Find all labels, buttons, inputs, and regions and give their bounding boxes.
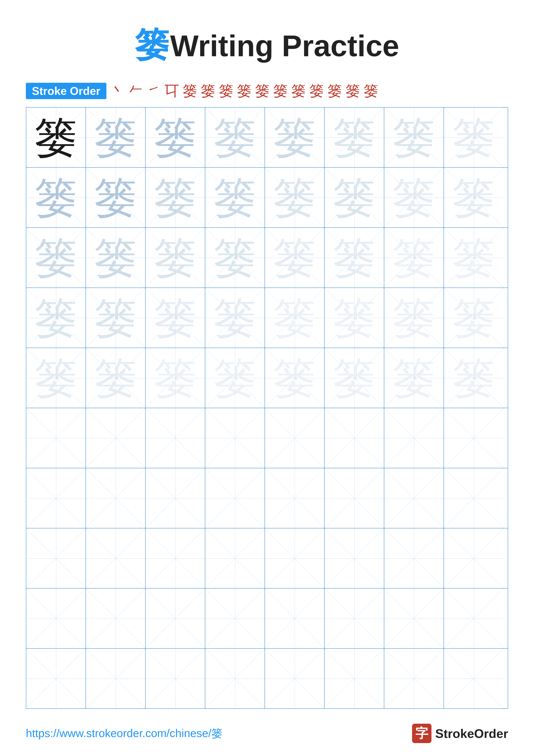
- grid-cell-4-1[interactable]: 篓: [86, 348, 146, 408]
- grid-cell-8-2[interactable]: [146, 588, 205, 648]
- grid-cell-2-5[interactable]: 篓: [325, 228, 384, 287]
- grid-cell-6-1[interactable]: [86, 468, 146, 528]
- grid-cell-8-0[interactable]: [26, 588, 86, 648]
- grid-cell-7-6[interactable]: [384, 528, 444, 588]
- stroke-stage-6: 篓: [217, 81, 235, 101]
- grid-cell-6-4[interactable]: [265, 468, 325, 528]
- practice-char-2-3: 篓: [214, 236, 257, 279]
- stroke-stage-9: 篓: [271, 81, 290, 101]
- practice-char-3-5: 篓: [333, 296, 376, 339]
- stroke-stage-0: 丶: [109, 81, 127, 101]
- grid-cell-2-6[interactable]: 篓: [384, 228, 444, 287]
- svg-line-108: [384, 469, 444, 528]
- grid-cell-4-5[interactable]: 篓: [325, 348, 384, 408]
- grid-cell-4-3[interactable]: 篓: [205, 348, 265, 408]
- grid-cell-5-1[interactable]: [86, 408, 146, 468]
- grid-cell-5-4[interactable]: [265, 408, 325, 468]
- grid-cell-9-0[interactable]: [26, 649, 86, 708]
- grid-cell-2-7[interactable]: 篓: [444, 228, 504, 287]
- grid-cell-2-2[interactable]: 篓: [146, 228, 205, 287]
- grid-cell-8-4[interactable]: [265, 588, 325, 648]
- svg-line-159: [444, 649, 504, 708]
- grid-cell-4-0[interactable]: 篓: [26, 348, 86, 408]
- grid-cell-5-2[interactable]: [146, 408, 205, 468]
- grid-cell-7-4[interactable]: [265, 528, 325, 588]
- grid-cell-4-4[interactable]: 篓: [265, 348, 325, 408]
- grid-cell-3-5[interactable]: 篓: [325, 288, 384, 348]
- grid-cell-8-3[interactable]: [205, 588, 265, 648]
- grid-cell-3-4[interactable]: 篓: [265, 288, 325, 348]
- svg-line-111: [444, 468, 504, 528]
- grid-cell-7-3[interactable]: [205, 528, 265, 588]
- grid-cell-7-2[interactable]: [146, 528, 205, 588]
- grid-cell-2-4[interactable]: 篓: [265, 228, 325, 287]
- grid-cell-7-0[interactable]: [26, 528, 86, 588]
- grid-cell-2-3[interactable]: 篓: [205, 228, 265, 287]
- svg-line-131: [86, 589, 145, 648]
- grid-cell-9-1[interactable]: [86, 649, 146, 708]
- grid-cell-9-2[interactable]: [146, 649, 205, 708]
- grid-cell-5-5[interactable]: [325, 408, 384, 468]
- grid-cell-0-3[interactable]: 篓: [205, 108, 265, 167]
- grid-cell-4-2[interactable]: 篓: [146, 348, 205, 408]
- grid-cell-8-5[interactable]: [325, 588, 384, 648]
- practice-char-1-1: 篓: [94, 176, 137, 219]
- grid-cell-6-2[interactable]: [146, 468, 205, 528]
- grid-cell-6-7[interactable]: [444, 468, 504, 528]
- grid-cell-8-7[interactable]: [444, 588, 504, 648]
- grid-cell-1-0[interactable]: 篓: [26, 168, 86, 228]
- svg-line-156: [384, 649, 444, 708]
- grid-cell-6-3[interactable]: [205, 468, 265, 528]
- grid-cell-0-6[interactable]: 篓: [384, 108, 444, 167]
- grid-cell-6-6[interactable]: [384, 468, 444, 528]
- grid-cell-2-1[interactable]: 篓: [86, 228, 146, 287]
- svg-line-90: [325, 408, 384, 468]
- grid-cell-4-6[interactable]: 篓: [384, 348, 444, 408]
- grid-cell-0-2[interactable]: 篓: [146, 108, 205, 167]
- grid-cell-1-2[interactable]: 篓: [146, 168, 205, 228]
- grid-cell-3-3[interactable]: 篓: [205, 288, 265, 348]
- grid-cell-0-1[interactable]: 篓: [86, 108, 146, 167]
- grid-cell-3-2[interactable]: 篓: [146, 288, 205, 348]
- grid-cell-7-7[interactable]: [444, 528, 504, 588]
- practice-char-1-7: 篓: [452, 176, 496, 219]
- grid-cell-9-5[interactable]: [325, 649, 384, 708]
- grid-cell-1-6[interactable]: 篓: [384, 168, 444, 228]
- grid-cell-3-0[interactable]: 篓: [26, 288, 86, 348]
- grid-cell-9-7[interactable]: [444, 649, 504, 708]
- grid-cell-7-5[interactable]: [325, 528, 384, 588]
- grid-cell-0-0[interactable]: 篓: [26, 108, 86, 167]
- grid-cell-6-5[interactable]: [325, 468, 384, 528]
- grid-cell-5-0[interactable]: [26, 408, 86, 468]
- grid-cell-5-6[interactable]: [384, 408, 444, 468]
- grid-cell-3-6[interactable]: 篓: [384, 288, 444, 348]
- grid-cell-2-0[interactable]: 篓: [26, 228, 86, 287]
- grid-cell-9-3[interactable]: [205, 649, 265, 708]
- grid-cell-3-1[interactable]: 篓: [86, 288, 146, 348]
- grid-cell-1-1[interactable]: 篓: [86, 168, 146, 228]
- grid-cell-3-7[interactable]: 篓: [444, 288, 504, 348]
- grid-row-9: [26, 649, 508, 708]
- grid-cell-0-5[interactable]: 篓: [325, 108, 384, 167]
- grid-cell-1-3[interactable]: 篓: [205, 168, 265, 228]
- grid-cell-9-4[interactable]: [265, 649, 325, 708]
- practice-char-0-5: 篓: [333, 116, 376, 159]
- grid-cell-1-4[interactable]: 篓: [265, 168, 325, 228]
- grid-cell-0-7[interactable]: 篓: [444, 108, 504, 167]
- grid-cell-8-1[interactable]: [86, 588, 146, 648]
- svg-line-135: [205, 589, 265, 648]
- grid-cell-6-0[interactable]: [26, 468, 86, 528]
- grid-cell-4-7[interactable]: 篓: [444, 348, 504, 408]
- grid-cell-7-1[interactable]: [86, 528, 146, 588]
- footer-url[interactable]: https://www.strokeorder.com/chinese/篓: [26, 726, 222, 741]
- grid-cell-5-7[interactable]: [444, 408, 504, 468]
- grid-cell-0-4[interactable]: 篓: [265, 108, 325, 167]
- grid-cell-8-6[interactable]: [384, 588, 444, 648]
- svg-line-114: [86, 528, 145, 588]
- grid-cell-1-5[interactable]: 篓: [325, 168, 384, 228]
- svg-line-142: [444, 588, 504, 648]
- grid-cell-9-6[interactable]: [384, 649, 444, 708]
- grid-cell-1-7[interactable]: 篓: [444, 168, 504, 228]
- stroke-stage-2: ㇀: [145, 81, 163, 101]
- grid-cell-5-3[interactable]: [205, 408, 265, 468]
